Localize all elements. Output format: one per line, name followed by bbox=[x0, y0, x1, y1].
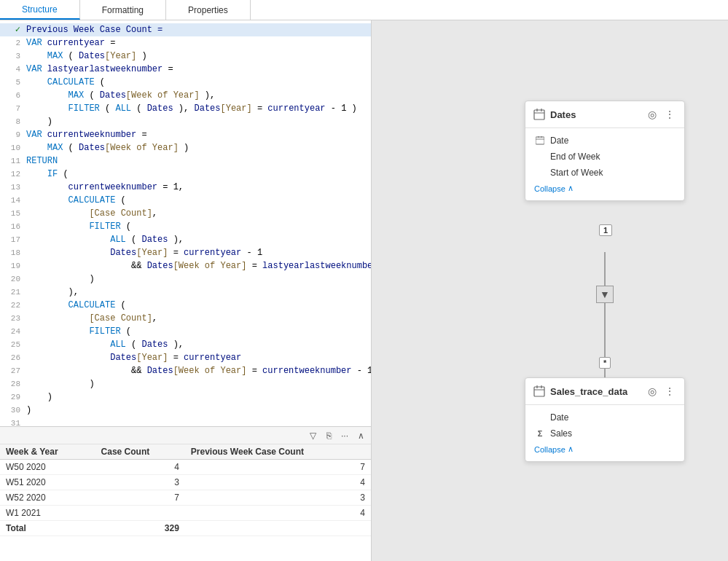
cell-prev-week: 4 bbox=[185, 475, 371, 490]
dates-field-end-of-week[interactable]: End of Week bbox=[525, 149, 684, 165]
code-line-14: 14 CALCULATE ( bbox=[0, 194, 371, 207]
line-number: 11 bbox=[3, 154, 20, 168]
cell-case-count bbox=[95, 506, 185, 521]
tab-properties[interactable]: Properties bbox=[166, 0, 251, 20]
main-content: ✓Previous Week Case Count =2VAR currenty… bbox=[0, 20, 728, 561]
total-label: Total bbox=[0, 521, 95, 536]
line-number: 10 bbox=[3, 141, 20, 154]
tab-formatting[interactable]: Formatting bbox=[80, 0, 166, 20]
dates-card-header: Dates ◎ ⋮ bbox=[525, 101, 684, 128]
dates-field-date[interactable]: Date bbox=[525, 133, 684, 149]
line-number: 2 bbox=[3, 36, 20, 50]
line-content: CALCULATE ( bbox=[26, 76, 368, 89]
code-line-3: 3 MAX ( Dates[Year] ) bbox=[0, 50, 371, 63]
data-table: Week & Year Case Count Previous Week Cas… bbox=[0, 444, 371, 536]
line-content: CALCULATE ( bbox=[26, 194, 368, 207]
code-line-2: 2VAR currentyear = bbox=[0, 36, 371, 50]
code-line-13: 13 currentweeknumber = 1, bbox=[0, 181, 371, 194]
line-content: ) bbox=[26, 404, 368, 417]
code-line-26: 26 Dates[Year] = currentyear bbox=[0, 351, 371, 364]
line-content: Dates[Year] = currentyear - 1 bbox=[26, 246, 368, 259]
col-case-count: Case Count bbox=[95, 444, 185, 460]
line-content: ) bbox=[26, 272, 368, 286]
col-week-year: Week & Year bbox=[0, 444, 95, 460]
line-content: FILTER ( bbox=[26, 325, 368, 338]
line-number: 24 bbox=[3, 325, 20, 338]
table-toolbar: ▽ ⎘ ··· ∧ bbox=[0, 427, 371, 444]
calendar-icon bbox=[534, 135, 546, 146]
cell-week: W50 2020 bbox=[0, 460, 95, 475]
sales-date-icon bbox=[534, 412, 546, 423]
line-number: 23 bbox=[3, 312, 20, 325]
line-number: 18 bbox=[3, 246, 20, 259]
sales-date-label: Date bbox=[550, 412, 676, 423]
cell-prev-week: 4 bbox=[185, 506, 371, 521]
dates-more-icon[interactable]: ⋮ bbox=[662, 107, 677, 122]
dates-field-start-of-week[interactable]: Start of Week bbox=[525, 165, 684, 181]
line-number: 13 bbox=[3, 181, 20, 194]
code-editor[interactable]: ✓Previous Week Case Count =2VAR currenty… bbox=[0, 20, 371, 426]
table-row: W1 20214 bbox=[0, 506, 371, 521]
dates-preview-icon[interactable]: ◎ bbox=[645, 107, 659, 122]
table-panel: ▽ ⎘ ··· ∧ Week & Year Case Count Previou… bbox=[0, 426, 371, 561]
code-line-27: 27 && Dates[Week of Year] = currentweekn… bbox=[0, 364, 371, 377]
table-row: W50 202047 bbox=[0, 460, 371, 475]
line-number: 9 bbox=[3, 128, 20, 141]
scroll-up-icon[interactable]: ∧ bbox=[355, 430, 367, 442]
line-number: 26 bbox=[3, 351, 20, 364]
line-content: Previous Week Case Count = bbox=[26, 23, 368, 36]
code-line-12: 12 IF ( bbox=[0, 168, 371, 181]
cell-prev-week: 7 bbox=[185, 460, 371, 475]
svg-rect-2 bbox=[534, 110, 544, 119]
tabs-bar: Structure Formatting Properties bbox=[0, 0, 728, 20]
sales-more-icon[interactable]: ⋮ bbox=[662, 384, 677, 399]
copy-icon[interactable]: ⎘ bbox=[323, 430, 334, 442]
total-case-count: 329 bbox=[95, 521, 185, 536]
line-number: 28 bbox=[3, 377, 20, 391]
line-content: RETURN bbox=[26, 154, 368, 168]
total-prev-week bbox=[185, 521, 371, 536]
start-of-week-label: Start of Week bbox=[550, 168, 676, 178]
code-panel: ✓Previous Week Case Count =2VAR currenty… bbox=[0, 20, 372, 561]
sales-field-date[interactable]: Date bbox=[525, 409, 684, 425]
sales-card-body: Date Σ Sales Collapse ∧ bbox=[525, 405, 684, 461]
line-content: ) bbox=[26, 391, 368, 404]
sales-collapse-btn[interactable]: Collapse ∧ bbox=[525, 442, 684, 457]
sales-preview-icon[interactable]: ◎ bbox=[645, 384, 659, 399]
line-number: 4 bbox=[3, 63, 20, 76]
line-content: && Dates[Week of Year] = currentweeknumb… bbox=[26, 364, 371, 377]
code-line-8: 8 ) bbox=[0, 115, 371, 128]
line-content: MAX ( Dates[Week of Year] ), bbox=[26, 89, 368, 102]
dates-collapse-btn[interactable]: Collapse ∧ bbox=[525, 181, 684, 196]
tab-structure[interactable]: Structure bbox=[0, 0, 80, 20]
line-number: 29 bbox=[3, 391, 20, 404]
code-line-15: 15 [Case Count], bbox=[0, 207, 371, 220]
cell-week: W52 2020 bbox=[0, 490, 95, 506]
table-row: W52 202073 bbox=[0, 490, 371, 506]
end-of-week-icon bbox=[534, 151, 546, 162]
line-number: 12 bbox=[3, 168, 20, 181]
line-content: CALCULATE ( bbox=[26, 299, 368, 312]
code-line-19: 19 && Dates[Week of Year] = lastyearlast… bbox=[0, 259, 371, 272]
code-line-16: 16 FILTER ( bbox=[0, 220, 371, 233]
code-line-30: 30) bbox=[0, 404, 371, 417]
line-number: 7 bbox=[3, 102, 20, 115]
cell-prev-week: 3 bbox=[185, 490, 371, 506]
line-number: ✓ bbox=[3, 23, 20, 36]
model-panel: 1 ▼ * Dates ◎ ⋮ bbox=[372, 20, 728, 561]
filter-icon[interactable]: ▽ bbox=[307, 430, 318, 442]
code-line-18: 18 Dates[Year] = currentyear - 1 bbox=[0, 246, 371, 259]
cell-case-count: 7 bbox=[95, 490, 185, 506]
code-line-25: 25 ALL ( Dates ), bbox=[0, 338, 371, 351]
more-options-icon[interactable]: ··· bbox=[339, 430, 351, 442]
line-content: ALL ( Dates ), bbox=[26, 233, 368, 246]
line-content: VAR lastyearlastweeknumber = bbox=[26, 63, 368, 76]
code-line-24: 24 FILTER ( bbox=[0, 325, 371, 338]
sales-card-header: Sales_trace_data ◎ ⋮ bbox=[525, 378, 684, 405]
code-line-23: 23 [Case Count], bbox=[0, 312, 371, 325]
line-number: 31 bbox=[3, 417, 20, 426]
dates-card-actions: ◎ ⋮ bbox=[645, 107, 677, 122]
sum-icon: Σ bbox=[534, 428, 546, 439]
sales-field-sales[interactable]: Σ Sales bbox=[525, 425, 684, 442]
table-scroll-wrap[interactable]: Week & Year Case Count Previous Week Cas… bbox=[0, 444, 371, 561]
